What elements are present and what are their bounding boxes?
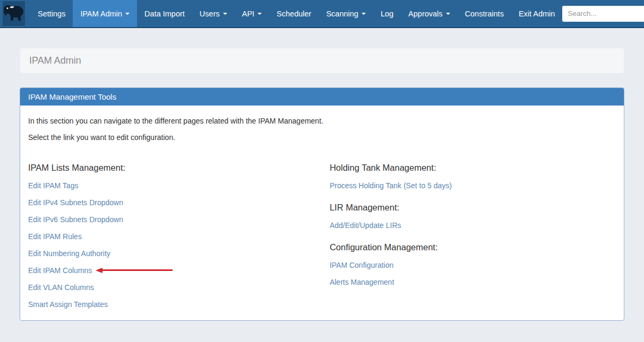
nav-item-scheduler[interactable]: Scheduler (269, 0, 319, 27)
nav-label: Settings (38, 10, 65, 18)
configuration-management-section: Configuration Management: IPAM Configura… (330, 242, 616, 286)
page-header: IPAM Admin (20, 48, 624, 74)
link-edit-ipv4-subnets-dropdown[interactable]: Edit IPv4 Subnets Dropdown (28, 198, 123, 207)
intro-text-1: In this section you can navigate to the … (28, 117, 616, 125)
nav-label: Log (381, 10, 393, 18)
nav-label: Scheduler (277, 10, 311, 18)
section-heading-ipam-lists: IPAM Lists Management: (28, 163, 330, 173)
link-edit-numbering-authority[interactable]: Edit Numbering Authority (28, 249, 110, 258)
chevron-down-icon (125, 13, 130, 15)
nav-label: IPAM Admin (80, 10, 122, 18)
nav-item-approvals[interactable]: Approvals (401, 0, 457, 27)
link-row: Process Holding Tank (Set to 5 days) (330, 181, 616, 190)
link-row: Edit IPAM Rules (28, 232, 330, 241)
holding-tank-management-section: Holding Tank Management: Process Holding… (330, 163, 616, 190)
search-group (562, 6, 644, 22)
top-navbar: Settings IPAM Admin Data Import Users AP… (0, 0, 644, 28)
link-row: Alerts Management (330, 278, 616, 286)
nav-item-users[interactable]: Users (192, 0, 235, 27)
elephant-logo-icon (3, 3, 25, 24)
brand-logo[interactable] (3, 1, 25, 26)
link-edit-ipv6-subnets-dropdown[interactable]: Edit IPv6 Subnets Dropdown (28, 215, 123, 224)
link-ipam-configuration[interactable]: IPAM Configuration (330, 261, 393, 269)
nav-item-scanning[interactable]: Scanning (319, 0, 373, 27)
chevron-down-icon (257, 13, 262, 15)
nav-item-constraints[interactable]: Constraints (458, 0, 511, 27)
link-edit-ipam-columns[interactable]: Edit IPAM Columns (28, 266, 92, 275)
link-row: Edit IPAM Tags (28, 181, 330, 190)
link-row: Edit Numbering Authority (28, 249, 330, 258)
nav-label: Constraints (465, 10, 504, 18)
nav-label: Users (200, 10, 220, 18)
nav-item-log[interactable]: Log (373, 0, 401, 27)
nav-item-exit-admin[interactable]: Exit Admin (511, 0, 563, 27)
nav-item-api[interactable]: API (235, 0, 269, 27)
link-edit-ipam-rules[interactable]: Edit IPAM Rules (28, 232, 82, 241)
link-edit-ipam-tags[interactable]: Edit IPAM Tags (28, 181, 78, 190)
arrow-line (102, 269, 173, 271)
link-row: Edit IPv6 Subnets Dropdown (28, 215, 330, 224)
nav-label: Approvals (408, 10, 442, 18)
link-edit-vlan-columns[interactable]: Edit VLAN Columns (28, 283, 94, 292)
ipam-management-tools-panel: IPAM Management Tools In this section yo… (20, 87, 624, 321)
link-row: IPAM Configuration (330, 261, 616, 269)
link-alerts-management[interactable]: Alerts Management (330, 278, 394, 286)
nav-label: Scanning (326, 10, 358, 18)
nav-label: Exit Admin (519, 10, 555, 18)
right-column: Holding Tank Management: Process Holding… (330, 163, 616, 309)
nav-item-ipam-admin[interactable]: IPAM Admin (73, 0, 137, 27)
link-row: Edit VLAN Columns (28, 283, 330, 292)
link-row: Add/Edit/Update LIRs (330, 221, 616, 230)
panel-title: IPAM Management Tools (20, 88, 624, 106)
link-row: Smart Assign Templates (28, 300, 330, 309)
search-input[interactable] (562, 6, 644, 22)
link-add-edit-update-lirs[interactable]: Add/Edit/Update LIRs (330, 221, 401, 230)
link-columns: IPAM Lists Management: Edit IPAM Tags Ed… (28, 163, 616, 309)
ipam-lists-management-section: IPAM Lists Management: Edit IPAM Tags Ed… (28, 163, 330, 309)
intro-text-2: Select the link you want to edit configu… (28, 133, 616, 142)
nav-label: Data Import (144, 10, 185, 18)
section-heading-lir: LIR Management: (330, 203, 616, 213)
link-smart-assign-templates[interactable]: Smart Assign Templates (28, 300, 108, 309)
page-title: IPAM Admin (29, 55, 615, 66)
lir-management-section: LIR Management: Add/Edit/Update LIRs (330, 203, 616, 230)
chevron-down-icon (223, 13, 227, 15)
panel-body: In this section you can navigate to the … (20, 106, 624, 320)
link-row: Edit IPv4 Subnets Dropdown (28, 198, 330, 207)
nav-item-data-import[interactable]: Data Import (137, 0, 192, 27)
nav-item-settings[interactable]: Settings (30, 0, 73, 27)
section-heading-holding-tank: Holding Tank Management: (330, 163, 616, 173)
chevron-down-icon (446, 13, 450, 15)
page-container: IPAM Admin IPAM Management Tools In this… (20, 48, 624, 321)
link-row: Edit IPAM Columns (28, 266, 330, 275)
chevron-down-icon (362, 13, 366, 15)
arrow-head-icon (96, 268, 102, 273)
section-heading-configuration: Configuration Management: (330, 242, 616, 252)
navbar-right-group (562, 0, 644, 27)
nav-label: API (242, 10, 254, 18)
red-arrow-annotation (96, 268, 173, 273)
link-process-holding-tank[interactable]: Process Holding Tank (Set to 5 days) (330, 181, 452, 190)
